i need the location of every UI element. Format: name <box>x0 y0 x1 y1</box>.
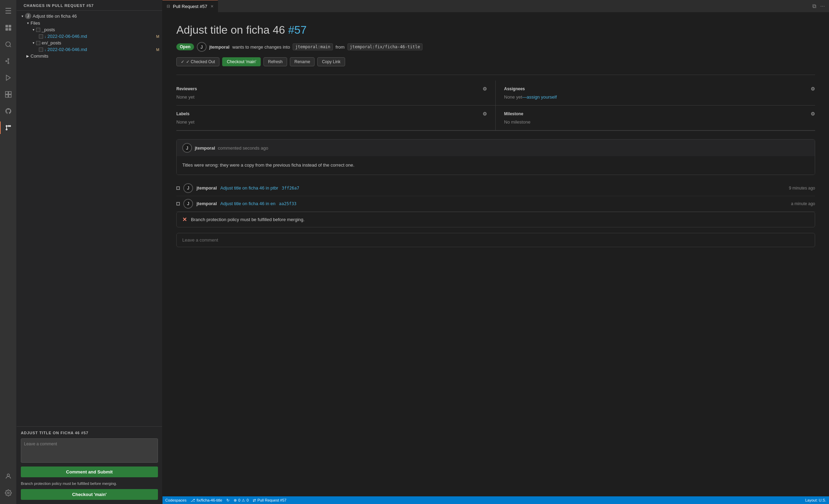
avatar: J <box>25 13 31 19</box>
svg-rect-13 <box>8 92 11 94</box>
commit-row: J jtemporal Adjust title on ficha 46 in … <box>176 196 815 212</box>
file-badge: M <box>156 34 159 39</box>
labels-section: Labels ⚙ None yet <box>176 106 496 131</box>
commit-message-link-2[interactable]: Adjust title on ficha 46 in en <box>220 201 276 206</box>
split-editor-button[interactable]: ⧉ <box>811 2 818 11</box>
posts-file-item[interactable]: ↓ 2022-02-06-046.md M <box>17 33 162 40</box>
account-icon[interactable] <box>0 468 17 485</box>
folder-checkbox[interactable] <box>36 41 40 45</box>
milestone-gear-icon[interactable]: ⚙ <box>811 111 815 117</box>
more-actions-button[interactable]: ··· <box>819 2 826 11</box>
milestone-section: Milestone ⚙ No milestone <box>496 106 815 131</box>
posts-folder-item[interactable]: ▾ _posts <box>17 26 162 33</box>
pr-tree-item[interactable]: ▾ J Adjust title on ficha 46 <box>17 12 162 20</box>
commit-hash-2[interactable]: aa25f33 <box>279 201 297 206</box>
warning-banner: ✕ Branch protection policy must be fulfi… <box>176 212 815 227</box>
svg-rect-12 <box>5 92 8 94</box>
pr-tab[interactable]: ⊟ Pull Request #57 × <box>162 0 218 12</box>
sidebar-checkout-button[interactable]: Checkout 'main' <box>21 489 158 500</box>
reviewers-title: Reviewers ⚙ <box>176 86 487 92</box>
reviewers-section: Reviewers ⚙ None yet <box>176 81 496 106</box>
labels-gear-icon[interactable]: ⚙ <box>483 111 487 117</box>
branch-warning: Branch protection policy must be fulfill… <box>21 481 158 487</box>
commit-time-2: a minute ago <box>791 201 815 206</box>
sidebar: CHANGES IN PULL REQUEST #57 ▾ J Adjust t… <box>17 0 162 504</box>
bottom-comment-input[interactable] <box>182 237 809 243</box>
checked-out-label: ✓ Checked Out <box>186 59 215 64</box>
assignees-gear-icon[interactable]: ⚙ <box>811 86 815 92</box>
commit-author-avatar: J <box>183 183 193 193</box>
en-posts-folder-label: en/_posts <box>42 40 162 45</box>
sidebar-content: ▾ J Adjust title on ficha 46 ▾ Files ▾ _… <box>17 11 162 426</box>
comment-header: J jtemporal commented seconds ago <box>177 140 815 156</box>
reviewers-gear-icon[interactable]: ⚙ <box>483 86 487 92</box>
tab-label: Pull Request #57 <box>173 4 207 9</box>
sync-icon: ↻ <box>226 498 229 503</box>
divider <box>176 75 815 75</box>
comment-body: Titles were wrong: they were a copy from… <box>177 156 815 175</box>
commit-row: J jtemporal Adjust title on ficha 46 in … <box>176 180 815 196</box>
comment-submit-button[interactable]: Comment and Submit <box>21 467 158 477</box>
chevron-right-icon: ▶ <box>25 54 31 58</box>
milestone-title: Milestone ⚙ <box>504 111 815 117</box>
meta-grid: Reviewers ⚙ None yet Assignees ⚙ None ye… <box>176 81 815 131</box>
chevron-down-icon: ▾ <box>31 41 36 45</box>
warnings-count: 0 <box>246 498 249 502</box>
folder-checkbox[interactable] <box>36 28 40 32</box>
pr-status-icon: ⇄ <box>253 498 256 503</box>
svg-rect-15 <box>8 95 11 98</box>
commit-author-2: jtemporal <box>196 201 217 206</box>
commit-message-link-1[interactable]: Adjust title on ficha 46 in ptbr <box>220 185 278 191</box>
files-tree-item[interactable]: ▾ Files <box>17 20 162 26</box>
assign-yourself-link[interactable]: —assign yourself <box>522 94 557 100</box>
chevron-down-icon: ▾ <box>25 21 31 25</box>
reviewers-value: None yet <box>176 94 487 100</box>
checkout-main-button[interactable]: Checkout 'main' <box>222 57 261 66</box>
github-icon[interactable] <box>0 103 17 119</box>
file-checkbox[interactable] <box>39 34 43 39</box>
extensions-icon[interactable] <box>0 86 17 103</box>
pr-author: jtemporal <box>209 44 230 50</box>
errors-count: 0 <box>238 498 240 502</box>
run-icon[interactable] <box>0 69 17 86</box>
pr-merge-text: wants to merge changes into <box>232 44 290 50</box>
tab-pr-icon: ⊟ <box>167 4 170 9</box>
commit-hash-1[interactable]: 3ff26a7 <box>282 186 299 191</box>
pr-icon[interactable] <box>0 119 17 136</box>
file-checkbox[interactable] <box>39 48 43 52</box>
labels-title: Labels ⚙ <box>176 111 487 117</box>
source-control-icon[interactable] <box>0 53 17 69</box>
refresh-button[interactable]: Refresh <box>263 57 287 66</box>
svg-point-18 <box>9 125 10 126</box>
rename-button[interactable]: Rename <box>290 57 315 66</box>
sync-item[interactable]: ↻ <box>226 498 229 503</box>
commits-tree-item[interactable]: ▶ Commits <box>17 53 162 59</box>
errors-item[interactable]: ⊗ 0 ⚠ 0 <box>234 498 249 503</box>
explorer-icon[interactable] <box>0 19 17 36</box>
svg-point-4 <box>6 42 10 47</box>
search-icon[interactable] <box>0 36 17 53</box>
copy-link-button[interactable]: Copy Link <box>317 57 345 66</box>
codespaces-item[interactable]: Codespaces <box>165 498 186 502</box>
checked-out-button[interactable]: ✓ ✓ Checked Out <box>176 57 219 66</box>
pr-status-label: Pull Request #57 <box>257 498 286 502</box>
warning-text: Branch protection policy must be fulfill… <box>191 217 304 222</box>
sidebar-comment-textarea[interactable] <box>21 438 158 463</box>
pr-actions: ✓ ✓ Checked Out Checkout 'main' Refresh … <box>176 57 815 66</box>
commit-dot <box>176 186 180 190</box>
en-posts-folder-item[interactable]: ▾ en/_posts <box>17 40 162 46</box>
menu-icon[interactable]: ☰ <box>0 3 17 19</box>
branch-label: fix/ficha-46-title <box>196 498 222 502</box>
svg-point-21 <box>7 474 9 476</box>
assignees-value: None yet—assign yourself <box>504 94 815 100</box>
author-avatar: J <box>197 42 207 52</box>
branch-item[interactable]: ⎇ fix/ficha-46-title <box>191 498 222 503</box>
svg-point-22 <box>7 492 9 494</box>
comment-time: commented seconds ago <box>218 145 268 151</box>
en-posts-file-item[interactable]: ↓ 2022-02-06-046.md M <box>17 46 162 53</box>
tab-close-button[interactable]: × <box>211 3 213 9</box>
commit-author-1: jtemporal <box>196 185 217 191</box>
settings-icon[interactable] <box>0 485 17 501</box>
pr-status-item[interactable]: ⇄ Pull Request #57 <box>253 498 286 503</box>
files-label: Files <box>31 20 162 26</box>
